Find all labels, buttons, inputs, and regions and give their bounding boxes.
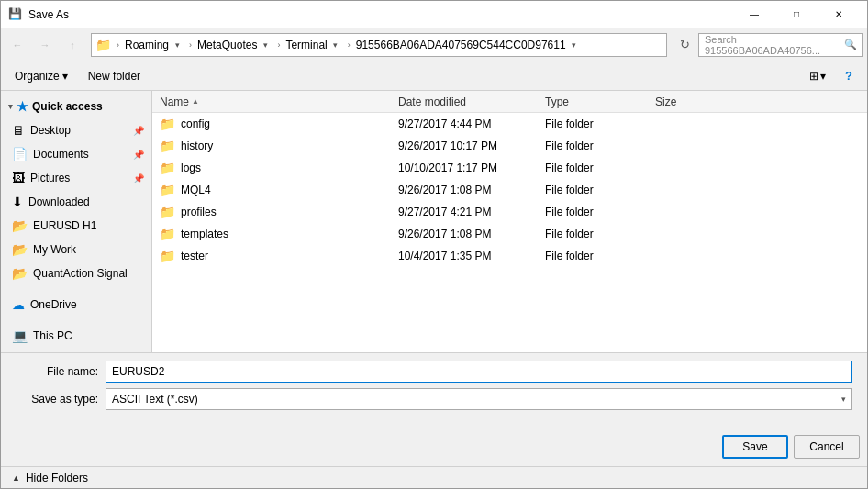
table-row[interactable]: 📁 config 9/27/2017 4:44 PM File folder	[152, 113, 867, 135]
quick-access-label: Quick access	[32, 100, 103, 113]
folder-icon: 📁	[95, 38, 111, 52]
file-type: File folder	[545, 161, 655, 174]
mywork-icon: 📂	[12, 242, 28, 257]
col-header-name[interactable]: Name ▲	[160, 95, 398, 108]
organize-label: Organize	[15, 70, 60, 83]
col-header-date[interactable]: Date modified	[398, 95, 545, 108]
savetype-row: Save as type: ASCII Text (*.csv) ▾	[16, 388, 852, 410]
filename-input[interactable]	[106, 361, 852, 383]
onedrive-icon: ☁	[12, 297, 25, 312]
file-list-header: Name ▲ Date modified Type Size	[152, 91, 867, 113]
file-date: 9/26/2017 10:17 PM	[398, 139, 545, 152]
onedrive-label: OneDrive	[30, 298, 144, 311]
new-folder-label: New folder	[88, 70, 140, 83]
view-arrow-icon: ▾	[820, 70, 826, 83]
window-icon: 💾	[8, 7, 23, 22]
table-row[interactable]: 📁 logs 10/10/2017 1:17 PM File folder	[152, 157, 867, 179]
file-name: profiles	[181, 206, 217, 218]
sidebar-item-mywork[interactable]: 📂 My Work	[1, 238, 151, 261]
folder-icon: 📁	[160, 205, 175, 219]
file-date: 9/26/2017 1:08 PM	[398, 183, 545, 196]
savetype-select[interactable]: ASCII Text (*.csv) ▾	[106, 388, 852, 410]
folder-icon: 📁	[160, 117, 175, 131]
metaquotes-chevron[interactable]: ▾	[259, 39, 272, 51]
downloaded-icon: ⬇	[12, 194, 23, 209]
filename-row: File name:	[16, 361, 852, 383]
pictures-label: Pictures	[30, 172, 128, 184]
minimize-button[interactable]: —	[733, 1, 775, 28]
sidebar-item-pictures[interactable]: 🖼 Pictures 📌	[1, 166, 151, 190]
pictures-pin-icon: 📌	[133, 173, 144, 183]
cancel-button[interactable]: Cancel	[794, 435, 860, 459]
action-row: Save Cancel	[1, 435, 867, 466]
sidebar: ▾ ★ Quick access 🖥 Desktop 📌 📄 Documents…	[1, 91, 152, 352]
file-type: File folder	[545, 139, 655, 152]
hide-folders-label: Hide Folders	[26, 472, 88, 484]
file-rows-container: 📁 config 9/27/2017 4:44 PM File folder 📁…	[152, 113, 867, 267]
sidebar-spacer2	[1, 317, 151, 324]
file-date: 9/27/2017 4:21 PM	[398, 206, 545, 218]
sidebar-item-eurusdh1[interactable]: 📂 EURUSD H1	[1, 214, 151, 238]
quick-access-header[interactable]: ▾ ★ Quick access	[1, 94, 151, 118]
search-placeholder: Search 915566BA06ADA40756...	[705, 34, 840, 56]
save-as-dialog: 💾 Save As — □ ✕ ← → ↑ 📁 › Roaming ▾ › Me…	[0, 0, 868, 489]
savetype-label: Save as type:	[16, 393, 98, 406]
pictures-icon: 🖼	[12, 171, 25, 185]
organize-arrow-icon: ▾	[62, 70, 68, 83]
maximize-button[interactable]: □	[775, 1, 818, 28]
sidebar-item-documents[interactable]: 📄 Documents 📌	[1, 142, 151, 166]
roaming-chevron[interactable]: ▾	[171, 39, 184, 51]
folder-icon: 📁	[160, 227, 175, 241]
address-part-terminal: Terminal ▾	[285, 39, 341, 51]
quick-access-icon: ★	[17, 99, 28, 114]
sidebar-item-quantaction[interactable]: 📂 QuantAction Signal	[1, 261, 151, 285]
file-type: File folder	[545, 206, 655, 218]
close-button[interactable]: ✕	[818, 1, 860, 28]
file-name: history	[181, 139, 213, 152]
file-name: tester	[181, 250, 208, 262]
address-part-metaquotes: MetaQuotes ▾	[197, 39, 272, 51]
address-part-roaming: Roaming ▾	[125, 39, 184, 51]
table-row[interactable]: 📁 MQL4 9/26/2017 1:08 PM File folder	[152, 179, 867, 201]
hash-chevron[interactable]: ▾	[568, 39, 581, 51]
sidebar-item-desktop[interactable]: 🖥 Desktop 📌	[1, 118, 151, 142]
help-button[interactable]: ?	[838, 65, 860, 87]
folder-icon: 📁	[160, 183, 175, 197]
table-row[interactable]: 📁 profiles 9/27/2017 4:21 PM File folder	[152, 201, 867, 223]
view-button[interactable]: ⊞ ▾	[805, 65, 830, 87]
back-button[interactable]: ←	[5, 32, 30, 58]
table-row[interactable]: 📁 history 9/26/2017 10:17 PM File folder	[152, 135, 867, 157]
address-bar[interactable]: 📁 › Roaming ▾ › MetaQuotes ▾ › Terminal …	[91, 33, 667, 57]
documents-icon: 📄	[12, 147, 28, 161]
col-header-size[interactable]: Size	[655, 95, 729, 108]
terminal-chevron[interactable]: ▾	[329, 39, 342, 51]
sidebar-item-downloaded[interactable]: ⬇ Downloaded	[1, 190, 151, 214]
thispc-label: This PC	[33, 329, 144, 342]
up-button[interactable]: ↑	[60, 32, 85, 58]
table-row[interactable]: 📁 tester 10/4/2017 1:35 PM File folder	[152, 245, 867, 267]
window-title: Save As	[28, 8, 733, 21]
col-header-type[interactable]: Type	[545, 95, 655, 108]
sidebar-item-onedrive[interactable]: ☁ OneDrive	[1, 293, 151, 317]
file-name: logs	[181, 161, 201, 174]
sidebar-item-thispc[interactable]: 💻 This PC	[1, 324, 151, 348]
file-date: 9/26/2017 1:08 PM	[398, 228, 545, 240]
file-type: File folder	[545, 183, 655, 196]
organize-button[interactable]: Organize ▾	[8, 65, 74, 87]
file-date: 10/4/2017 1:35 PM	[398, 250, 545, 262]
search-box[interactable]: Search 915566BA06ADA40756... 🔍	[698, 33, 863, 57]
table-row[interactable]: 📁 templates 9/26/2017 1:08 PM File folde…	[152, 223, 867, 245]
folder-icon: 📁	[160, 249, 175, 263]
downloaded-label: Downloaded	[28, 195, 144, 208]
quantaction-icon: 📂	[12, 266, 28, 281]
title-bar: 💾 Save As — □ ✕	[1, 1, 867, 28]
savetype-value: ASCII Text (*.csv)	[112, 393, 198, 406]
new-folder-button[interactable]: New folder	[82, 65, 147, 87]
save-button[interactable]: Save	[722, 435, 788, 459]
main-area: ▾ ★ Quick access 🖥 Desktop 📌 📄 Documents…	[1, 91, 867, 352]
window-controls: — □ ✕	[733, 1, 860, 28]
refresh-button[interactable]: ↻	[673, 33, 696, 57]
hide-folders-row[interactable]: ▲ Hide Folders	[1, 466, 867, 488]
search-icon: 🔍	[844, 39, 857, 50]
forward-button[interactable]: →	[32, 32, 58, 58]
